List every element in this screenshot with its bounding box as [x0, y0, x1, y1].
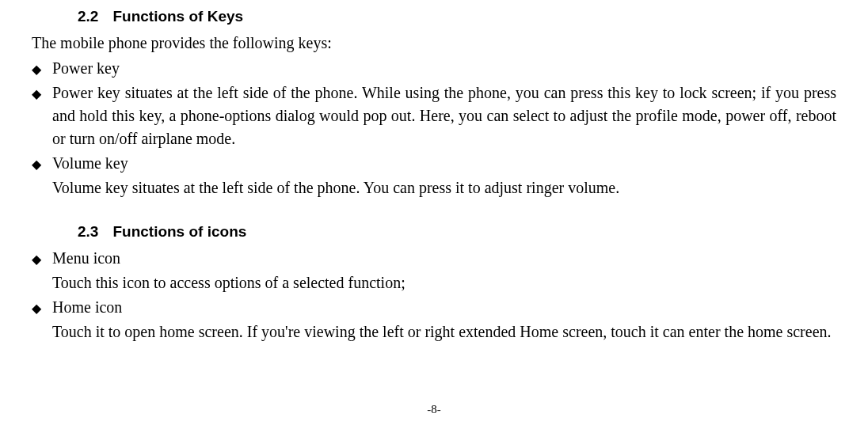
diamond-bullet-icon: ◆: [32, 155, 43, 173]
bullet-desc: Power key situates at the left side of t…: [52, 82, 836, 150]
section-number: 2.2: [78, 8, 98, 25]
bullet-item: ◆ Volume key: [32, 152, 836, 175]
bullet-title: Power key: [52, 57, 836, 80]
section-title: Functions of icons: [112, 223, 246, 240]
section1-bullet-list: ◆ Power key ◆ Power key situates at the …: [32, 57, 836, 175]
section-number: 2.3: [78, 223, 98, 241]
bullet-title: Menu icon: [52, 247, 836, 270]
section1-intro: The mobile phone provides the following …: [32, 32, 836, 54]
diamond-bullet-icon: ◆: [32, 60, 43, 78]
section-heading-2-3: 2.3Functions of icons: [78, 223, 836, 241]
bullet-desc: Touch this icon to access options of a s…: [52, 271, 836, 294]
diamond-bullet-icon: ◆: [32, 250, 43, 268]
bullet-desc: Touch it to open home screen. If you're …: [52, 320, 836, 343]
bullet-title: Home icon: [52, 296, 836, 319]
diamond-bullet-icon: ◆: [32, 299, 43, 317]
diamond-bullet-icon: ◆: [32, 85, 43, 103]
section2-bullet-list-cont: ◆ Home icon: [32, 296, 836, 319]
bullet-item: ◆ Power key situates at the left side of…: [32, 82, 836, 150]
bullet-item: ◆ Menu icon: [32, 247, 836, 270]
bullet-item: ◆ Home icon: [32, 296, 836, 319]
bullet-desc: Volume key situates at the left side of …: [52, 176, 836, 199]
section2-bullet-list: ◆ Menu icon: [32, 247, 836, 270]
bullet-item: ◆ Power key: [32, 57, 836, 80]
section-heading-2-2: 2.2Functions of Keys: [78, 8, 836, 25]
page-number: -8-: [0, 403, 868, 416]
section-title: Functions of Keys: [112, 8, 243, 25]
bullet-title: Volume key: [52, 152, 836, 175]
